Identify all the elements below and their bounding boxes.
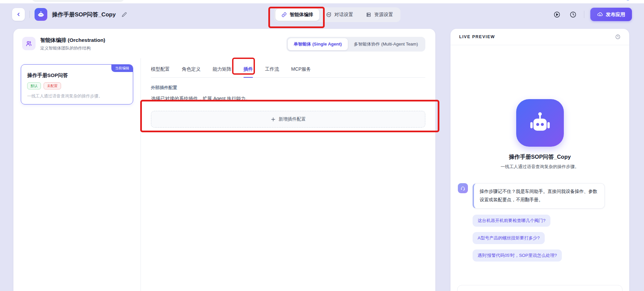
agent-description: 一线工人通过语音查询复杂的操作步骤。: [27, 93, 127, 99]
tab-plugins[interactable]: 插件: [244, 66, 253, 77]
suggestion-list: 这台机器开机前要检查哪几个阀门? A型号产品的螺丝扭矩要打多少? 遇到'报警代码…: [473, 215, 622, 262]
chat-bubble-icon: [326, 12, 331, 17]
browser-address-bar[interactable]: 10.107.111.20:3000/applications/304/deta…: [32, 0, 124, 2]
preview-agent-description: 一线工人通过语音查询复杂的操作步骤。: [458, 164, 622, 170]
cloud-upload-icon: [597, 12, 603, 17]
tab-label: 智能体编排: [290, 12, 313, 18]
team-icon: [22, 37, 36, 50]
plugin-section-description: 选择已对接的系统插件，扩展 Agent 执行能力。: [151, 96, 425, 102]
mode-multi-agent[interactable]: 多智能体协作 (Multi-Agent Team): [348, 38, 424, 50]
assistant-avatar: [458, 183, 468, 193]
preview-agent-name: 操作手册SOP问答_Copy: [458, 153, 622, 161]
tab-role-definition[interactable]: 角色定义: [182, 66, 201, 77]
status-badge-default: 默认: [27, 82, 41, 89]
page-title: 操作手册SOP问答_Copy: [52, 11, 116, 18]
suggestion-chip[interactable]: A型号产品的螺丝扭矩要打多少?: [473, 232, 545, 244]
header-tab-group: 智能体编排 对话设置 资源设置: [274, 7, 400, 22]
chat-message: 操作步骤记不住？我是车间助手。直接问我设备操作、参数设置或装配要点，不用翻手册。: [458, 183, 622, 209]
suggestion-chip[interactable]: 遇到'报警代码05'时，SOP里说怎么处理?: [473, 249, 562, 262]
panel-title: 智能体编排 (Orchestration): [40, 37, 105, 44]
tab-conversation-settings[interactable]: 对话设置: [320, 9, 359, 21]
agent-card[interactable]: 当前编辑 操作手册SOP问答 默认 未配置 一线工人通过语音查询复杂的操作步骤。: [21, 64, 133, 104]
refresh-history-icon[interactable]: [615, 34, 621, 40]
add-plugin-button[interactable]: 新增插件配置: [151, 111, 425, 128]
browser-chrome: 10.107.111.20:3000/applications/304/deta…: [0, 0, 644, 3]
tab-agent-orchestration[interactable]: 智能体编排: [275, 9, 319, 21]
tab-model-config[interactable]: 模型配置: [151, 66, 170, 77]
header-divider: [30, 11, 30, 18]
publish-label: 发布应用: [606, 11, 625, 18]
header-divider: [584, 11, 584, 18]
tab-workflow[interactable]: 工作流: [265, 66, 279, 77]
link-icon: [281, 12, 287, 17]
tab-label: 对话设置: [334, 12, 353, 18]
agent-name: 操作手册SOP问答: [27, 72, 127, 79]
edit-title-icon[interactable]: [122, 12, 127, 17]
orchestration-panel: 智能体编排 (Orchestration) 定义智能体团队的协作结构 单智能体 …: [13, 29, 435, 291]
tab-mcp-service[interactable]: MCP服务: [291, 66, 311, 77]
suggestion-chip[interactable]: 这台机器开机前要检查哪几个阀门?: [473, 215, 550, 227]
tab-label: 资源设置: [374, 12, 393, 18]
panel-subtitle: 定义智能体团队的协作结构: [40, 46, 105, 51]
welcome-message: 操作步骤记不住？我是车间助手。直接问我设备操作、参数设置或装配要点，不用翻手册。: [473, 183, 605, 209]
agent-list: 当前编辑 操作手册SOP问答 默认 未配置 一线工人通过语音查询复杂的操作步骤。: [13, 58, 141, 291]
config-tab-bar: 模型配置 角色定义 能力矩阵 插件 工作流 MCP服务: [151, 58, 425, 78]
agent-config: 模型配置 角色定义 能力矩阵 插件 工作流 MCP服务 外部插件配置 选择已对接…: [141, 58, 435, 291]
agent-mode-toggle: 单智能体 (Single Agent) 多智能体协作 (Multi-Agent …: [286, 37, 425, 52]
server-icon: [366, 12, 371, 17]
chat-input[interactable]: [457, 285, 623, 291]
plus-icon: [271, 117, 276, 122]
app-root: 操作手册SOP问答_Copy 智能体编排 对话设置: [0, 3, 644, 291]
mode-single-agent[interactable]: 单智能体 (Single Agent): [288, 38, 348, 50]
app-header: 操作手册SOP问答_Copy 智能体编排 对话设置: [0, 3, 644, 25]
agent-avatar: [516, 99, 564, 147]
plugin-section-title: 外部插件配置: [151, 85, 425, 91]
chevron-left-icon: [16, 12, 21, 17]
app-robot-icon: [35, 8, 47, 21]
publish-app-button[interactable]: 发布应用: [590, 8, 632, 21]
tab-resource-settings[interactable]: 资源设置: [360, 9, 399, 21]
browser-profile-avatar[interactable]: [625, 0, 631, 0]
live-preview-panel: LIVE PREVIEW 操作手册SOP问答_Copy 一线工人通过语音查询复杂…: [450, 29, 629, 291]
live-preview-title: LIVE PREVIEW: [459, 34, 495, 39]
tab-capability-matrix[interactable]: 能力矩阵: [213, 66, 231, 77]
play-preview-button[interactable]: [552, 9, 562, 19]
current-editing-badge: 当前编辑: [111, 65, 133, 72]
status-badge-unconfigured: 未配置: [44, 82, 61, 89]
add-plugin-label: 新增插件配置: [279, 116, 306, 122]
back-button[interactable]: [12, 8, 25, 21]
history-button[interactable]: [568, 9, 578, 19]
